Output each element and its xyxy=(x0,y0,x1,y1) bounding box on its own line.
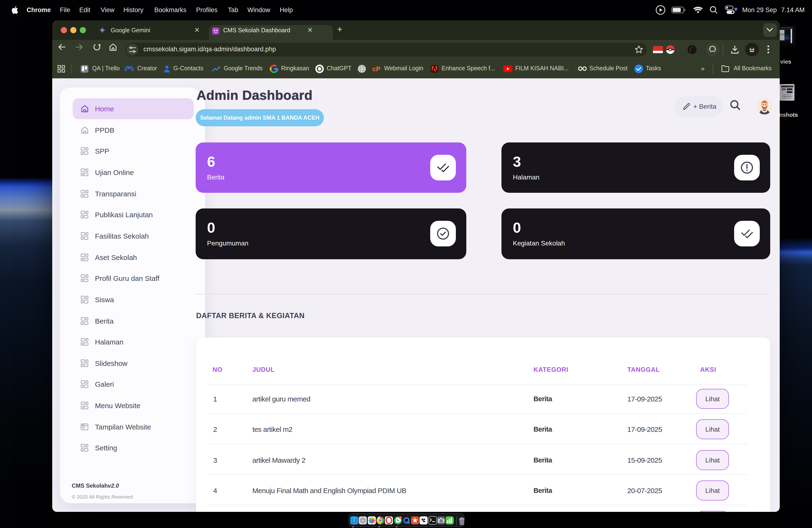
svg-text:cP: cP xyxy=(372,65,380,73)
svg-text:20: 20 xyxy=(399,517,401,519)
